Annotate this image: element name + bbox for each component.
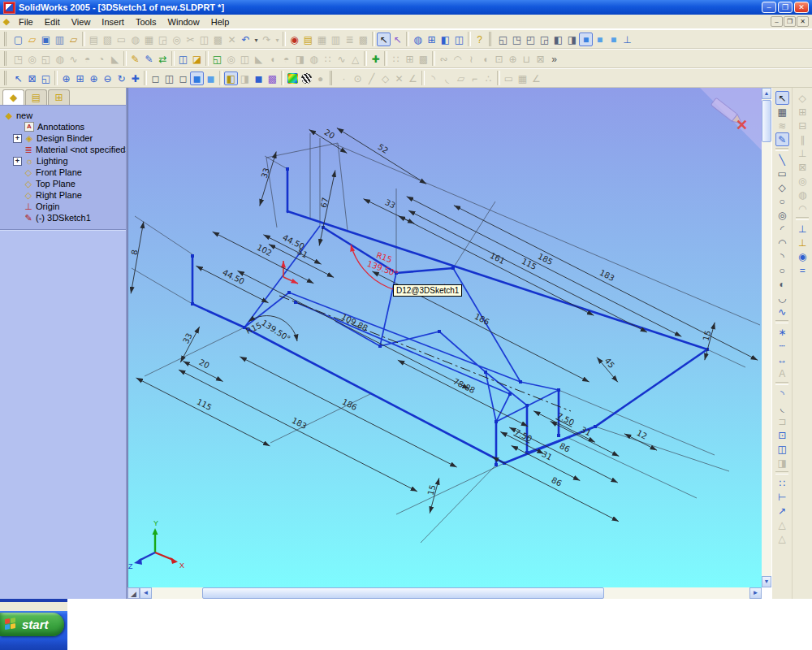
split-line-icon[interactable]: ∾	[437, 52, 451, 66]
dynamic-mirror-icon[interactable]: ◨	[775, 456, 789, 470]
child-minimize-button[interactable]: –	[771, 16, 783, 27]
sketch-points-tool-icon[interactable]: ∴	[482, 72, 495, 85]
view-dimetric-icon[interactable]: ■	[607, 32, 620, 46]
tree-item[interactable]: ◇Right Plane	[13, 189, 126, 201]
wrap-icon[interactable]: ◠	[451, 52, 464, 66]
dome-icon[interactable]: ◓	[279, 52, 293, 66]
save-all-icon[interactable]: ▥	[53, 32, 67, 46]
annotation-note-icon[interactable]: ▭	[114, 32, 128, 46]
propertymanager-tab[interactable]: ▤	[25, 89, 47, 105]
equations-icon[interactable]: ≣	[343, 32, 356, 46]
midpoint-relation-icon[interactable]: ◍	[796, 188, 810, 202]
restore-button[interactable]: ❐	[778, 2, 793, 13]
photoworks-render-icon[interactable]: ◍	[128, 32, 142, 46]
linear-sketch-pattern-icon[interactable]: ∷	[775, 476, 789, 490]
vertical-scroll-thumb[interactable]	[762, 100, 771, 142]
ellipse-icon[interactable]: ○	[775, 263, 789, 277]
fully-define-sketch-icon[interactable]: ⊥	[796, 236, 810, 249]
spell-check-icon[interactable]: ◎	[170, 32, 184, 46]
hole-wizard-icon[interactable]: ◎	[224, 52, 238, 66]
undo-dropdown-icon[interactable]: ▾	[253, 32, 260, 46]
view-front-icon[interactable]: ◱	[496, 32, 510, 46]
sketch-settings-icon[interactable]: ≋	[775, 119, 789, 132]
sketch-arc2-tool-icon[interactable]: ◟	[440, 72, 454, 85]
toolbar-drag-handle[interactable]	[4, 51, 9, 66]
view-trimetric-icon[interactable]: ■	[593, 32, 607, 46]
pan-icon[interactable]: ✚	[128, 72, 142, 85]
tree-item[interactable]: ≣Material <not specified>	[13, 144, 126, 155]
corner-rectangle-tool-icon[interactable]: ⌐	[468, 72, 482, 85]
file-properties-icon[interactable]: ▦	[315, 32, 329, 46]
toolbar-drag-handle[interactable]	[489, 32, 494, 46]
view-right-icon[interactable]: ◲	[538, 32, 551, 46]
zoom-to-fit-icon[interactable]: ⊕	[59, 72, 73, 85]
toolbar-drag-handle[interactable]	[4, 71, 9, 85]
delete-icon[interactable]: ✕	[225, 32, 239, 46]
box-select-icon[interactable]: ⊠	[25, 72, 39, 85]
tree-item[interactable]: ✎(-) 3DSketch1	[13, 212, 126, 223]
scan-equal-icon[interactable]: ⊟	[796, 119, 810, 132]
options-icon[interactable]: ▤	[301, 32, 315, 46]
tree-item[interactable]: ◇Top Plane	[13, 178, 126, 189]
menu-help[interactable]: Help	[205, 15, 235, 28]
flex-icon[interactable]: ≀	[464, 52, 478, 66]
convert-entities-icon[interactable]: ⊡	[775, 428, 789, 442]
circle-icon[interactable]: ○	[775, 194, 789, 208]
chamfer-feature-icon[interactable]: ◣	[108, 52, 122, 66]
sketch-point-icon[interactable]: ∗	[775, 325, 789, 339]
copy-icon[interactable]: ◫	[197, 32, 211, 46]
graphics-viewport[interactable]: ✕	[127, 88, 762, 587]
sketch-point-tool-icon[interactable]: ·	[337, 72, 351, 85]
minimize-button[interactable]: –	[762, 2, 776, 13]
3d-sketch-icon[interactable]: ✎	[142, 52, 156, 66]
shadows-in-shaded-icon[interactable]: ◧	[224, 72, 238, 85]
realview-icon[interactable]	[287, 73, 298, 84]
task-pane-icon[interactable]: ◧	[438, 32, 452, 46]
sketch-icon[interactable]: ✎	[128, 52, 142, 66]
menu-window[interactable]: Window	[162, 15, 205, 28]
reference-geometry-icon[interactable]: △	[348, 52, 362, 66]
perimeter-circle-icon[interactable]: ◎	[775, 208, 789, 222]
cancel-sketch-icon[interactable]: ✕	[736, 117, 748, 133]
revolve-cut-icon[interactable]: ◍	[53, 52, 67, 66]
full-screen-icon[interactable]: ◱	[39, 72, 53, 85]
paste-icon[interactable]: ▩	[211, 32, 225, 46]
help-icon[interactable]: ?	[473, 32, 486, 46]
view-normal-to-icon[interactable]: ⊥	[620, 32, 634, 46]
sketch-angle-tool-icon[interactable]: ∠	[406, 72, 420, 85]
rib-icon[interactable]: ◫	[238, 52, 252, 66]
parabola-icon[interactable]: ◡	[775, 291, 789, 305]
insert-component-icon[interactable]: ◱	[210, 52, 224, 66]
cavity-icon[interactable]: ⊠	[533, 52, 547, 66]
select-tool-icon[interactable]: ↖	[377, 32, 391, 46]
curve-icon[interactable]: ∿	[335, 52, 348, 66]
sketch-driven-pattern-icon[interactable]: ∷	[389, 52, 403, 66]
hidden-lines-removed-icon[interactable]: ◻	[176, 72, 190, 85]
delete-entity-icon[interactable]: ✕	[392, 72, 406, 85]
zoom-to-area-icon[interactable]: ⊞	[73, 72, 87, 85]
parallelogram-tool-icon[interactable]: ▱	[454, 72, 468, 85]
construction-geometry-icon[interactable]: △	[775, 531, 789, 545]
view-back-icon[interactable]: ◳	[510, 32, 524, 46]
rotate-view-icon[interactable]: ↻	[114, 72, 128, 85]
smart-pointer-icon[interactable]: ↖	[11, 72, 25, 85]
equal-relation-icon[interactable]: =	[796, 263, 810, 277]
print-icon[interactable]: ▦	[142, 32, 156, 46]
deform-icon[interactable]: ◖	[478, 52, 492, 66]
move-size-features-icon[interactable]: ✚	[369, 52, 382, 66]
menu-tools[interactable]: Tools	[130, 15, 162, 28]
viewport-canvas[interactable]: ✕	[128, 88, 762, 587]
scroll-right-button[interactable]: ►	[749, 587, 762, 599]
tree-expander[interactable]: +	[13, 134, 22, 143]
exit-sketch-icon[interactable]: ⇄	[156, 52, 170, 66]
configurationmanager-tab[interactable]: ⊞	[48, 89, 70, 105]
tree-item[interactable]: AAnnotations	[13, 121, 126, 132]
web-toolbar-icon[interactable]: ◍	[411, 32, 425, 46]
table-driven-pattern-icon[interactable]: ⊞	[403, 52, 417, 66]
coincident-relation-icon[interactable]: ◎	[796, 174, 810, 188]
display-relations-icon[interactable]: ⊞	[796, 105, 810, 119]
make-drawing-icon[interactable]: ▤	[87, 32, 101, 46]
tree-item[interactable]: ◆new	[3, 110, 126, 121]
camera-view-icon[interactable]: ◼	[252, 72, 266, 85]
centerline-icon[interactable]: ┄	[775, 339, 789, 353]
